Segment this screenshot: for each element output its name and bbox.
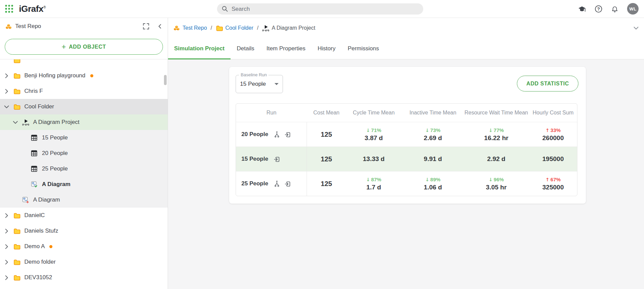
delta-down: ↓73%	[402, 127, 464, 133]
stat-value: 125	[307, 131, 346, 138]
stat-cell: ↓77%16.22 hr	[464, 127, 528, 142]
tab-details[interactable]: Details	[231, 38, 260, 59]
run-name: 20 People	[241, 131, 268, 138]
open-run-icon[interactable]	[273, 156, 280, 162]
breadcrumb-item-a-diagram-project: A Diagram Project	[262, 25, 315, 31]
tree-item-daniels-stufz[interactable]: Daniels Stufz	[0, 223, 168, 239]
tree-item-a-diagram-project[interactable]: A Diagram Project	[0, 114, 168, 130]
tab-item-properties[interactable]: Item Properties	[260, 38, 311, 59]
compare-runs-icon[interactable]	[273, 180, 280, 187]
tree-item-a-diagram[interactable]: A Diagram	[0, 177, 168, 192]
notifications-bell-icon[interactable]	[611, 5, 618, 12]
chevron-right-icon	[5, 260, 8, 265]
tree-item-label: Chris F	[24, 88, 43, 95]
tree-item-25-people[interactable]: 25 People	[0, 161, 168, 177]
breadcrumb: Test Repo/Cool Folder/A Diagram Project	[168, 18, 644, 38]
search-icon	[222, 6, 228, 12]
tab-permissions[interactable]: Permissions	[341, 38, 385, 59]
tree-item-label: A Diagram	[42, 181, 70, 188]
simulation-run-icon	[31, 166, 37, 172]
tree-item-label: DanielC	[24, 212, 45, 219]
folder-icon	[216, 25, 223, 31]
app-launcher-icon[interactable]	[5, 4, 14, 13]
unpublished-dot-icon	[49, 245, 52, 248]
open-run-icon[interactable]	[284, 131, 291, 138]
stat-cell: ↓96%3.05 hr	[464, 177, 528, 191]
tree-item-label: Benji Hofing playground	[24, 72, 86, 79]
tree-item-a-diagram[interactable]: A Diagram	[0, 192, 168, 208]
column-header-inactive-time-mean: Inactive Time Mean	[402, 110, 464, 116]
collapse-header-chevron-icon[interactable]	[634, 26, 639, 31]
repository-icon	[5, 23, 12, 30]
chevron-right-icon	[5, 229, 8, 234]
tree-chevron[interactable]	[5, 229, 14, 234]
chevron-right-icon	[5, 213, 8, 218]
baseline-run-select[interactable]: Baseline Run 15 People	[236, 75, 283, 93]
stat-value: 260000	[528, 134, 577, 142]
column-header-cost-mean: Cost Mean	[307, 110, 346, 116]
tab-history[interactable]: History	[311, 38, 341, 59]
breadcrumb-item-test-repo[interactable]: Test Repo	[173, 25, 207, 31]
stat-value: 3.05 hr	[464, 184, 528, 191]
table-row-25-people: 25 People125↓87%1.7 d↓89%1.06 d↓96%3.05 …	[236, 171, 577, 196]
tree-chevron[interactable]	[5, 89, 14, 94]
tree-item-label: A Diagram Project	[33, 119, 79, 126]
tab-simulation-project[interactable]: Simulation Project	[168, 38, 231, 59]
table-row-15-people: 15 People12513.33 d9.91 d2.92 d195000	[236, 147, 577, 171]
academy-icon[interactable]	[578, 6, 586, 12]
folder-icon	[14, 228, 20, 234]
sidebar-scrollbar-thumb[interactable]	[164, 75, 167, 85]
run-cell: 25 People	[236, 172, 307, 196]
tree-item-label: 15 People	[42, 134, 68, 141]
tree-item-20-people[interactable]: 20 People	[0, 146, 168, 161]
stat-value: 325000	[528, 184, 577, 191]
tree-item-cool-folder[interactable]: Cool Folder	[0, 99, 168, 114]
add-statistic-button[interactable]: ADD STATISTIC	[517, 76, 578, 91]
compare-runs-icon[interactable]	[273, 131, 280, 138]
arrow-down-icon: ↓	[489, 177, 493, 182]
folder-icon	[14, 213, 20, 218]
stat-value: 1.7 d	[346, 184, 402, 191]
delta-value: 67%	[550, 177, 560, 182]
tree-chevron[interactable]	[5, 244, 14, 249]
chevron-right-icon	[5, 89, 8, 94]
tree-item-clipped[interactable]	[0, 59, 168, 68]
folder-icon	[14, 275, 20, 281]
run-cell: 15 People	[236, 147, 307, 171]
stat-cell: 13.33 d	[346, 155, 402, 163]
column-header-run: Run	[236, 110, 307, 116]
object-tree: Benji Hofing playgroundChris FCool Folde…	[0, 59, 168, 289]
repository-sidebar: Test Repo + ADD OBJECT Benji Hofing play…	[0, 18, 168, 289]
tree-item-benji-hofing-playground[interactable]: Benji Hofing playground	[0, 68, 168, 83]
expand-fullscreen-icon[interactable]	[143, 23, 149, 30]
run-name: 15 People	[241, 156, 268, 162]
tree-chevron[interactable]	[14, 120, 22, 125]
column-header-hourly-cost-sum: Hourly Cost Sum	[528, 110, 577, 116]
search-input[interactable]: Search	[217, 3, 423, 15]
tree-item-15-people[interactable]: 15 People	[0, 130, 168, 146]
tree-item-demo-folder[interactable]: Demo folder	[0, 254, 168, 270]
tree-chevron[interactable]	[5, 104, 14, 109]
tree-chevron[interactable]	[5, 73, 14, 78]
arrow-down-icon: ↓	[489, 128, 493, 133]
tree-item-demo-a[interactable]: Demo A	[0, 239, 168, 254]
user-avatar[interactable]: WL	[627, 3, 639, 15]
tree-item-danielc[interactable]: DanielC	[0, 208, 168, 223]
collapse-sidebar-icon[interactable]	[158, 24, 162, 29]
arrow-up-icon: ↑	[546, 128, 550, 133]
help-icon[interactable]	[595, 5, 602, 13]
stat-value: 3.87 d	[346, 134, 402, 142]
breadcrumb-separator: /	[257, 25, 258, 31]
tree-chevron[interactable]	[5, 260, 14, 265]
tree-item-chris-f[interactable]: Chris F	[0, 83, 168, 99]
tree-item-dev31052[interactable]: DEV31052	[0, 270, 168, 285]
stat-cell: 2.92 d	[464, 155, 528, 163]
breadcrumb-item-cool-folder[interactable]: Cool Folder	[216, 25, 254, 31]
dropdown-caret-icon	[275, 83, 279, 85]
tree-chevron[interactable]	[5, 213, 14, 218]
open-run-icon[interactable]	[284, 181, 291, 187]
tree-chevron[interactable]	[5, 275, 14, 280]
arrow-up-icon: ↑	[546, 177, 550, 182]
add-object-button[interactable]: + ADD OBJECT	[5, 39, 163, 55]
simulation-card: Baseline Run 15 People ADD STATISTIC Run…	[229, 67, 586, 204]
